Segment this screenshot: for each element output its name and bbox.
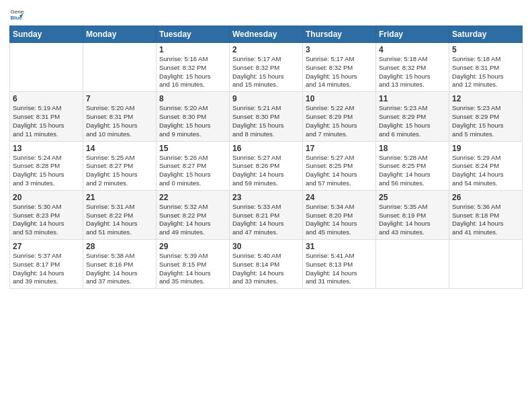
day-number: 8 <box>159 94 226 103</box>
day-number: 28 <box>86 242 153 251</box>
calendar-cell: 24Sunrise: 5:34 AM Sunset: 8:20 PM Dayli… <box>303 190 376 239</box>
day-number: 26 <box>452 193 519 202</box>
weekday-header-saturday: Saturday <box>449 26 523 43</box>
day-number: 18 <box>379 144 446 153</box>
day-number: 27 <box>13 242 80 251</box>
calendar-cell: 15Sunrise: 5:26 AM Sunset: 8:27 PM Dayli… <box>157 141 230 190</box>
calendar-cell: 20Sunrise: 5:30 AM Sunset: 8:23 PM Dayli… <box>10 190 83 239</box>
calendar-cell: 16Sunrise: 5:27 AM Sunset: 8:26 PM Dayli… <box>230 141 303 190</box>
svg-text:General: General <box>10 9 24 15</box>
day-info: Sunrise: 5:20 AM Sunset: 8:31 PM Dayligh… <box>86 104 153 138</box>
day-info: Sunrise: 5:37 AM Sunset: 8:17 PM Dayligh… <box>13 252 80 286</box>
day-number: 20 <box>13 193 80 202</box>
day-info: Sunrise: 5:18 AM Sunset: 8:32 PM Dayligh… <box>379 55 446 89</box>
day-info: Sunrise: 5:32 AM Sunset: 8:22 PM Dayligh… <box>159 203 226 237</box>
weekday-header-row: SundayMondayTuesdayWednesdayThursdayFrid… <box>10 26 523 43</box>
day-number: 4 <box>379 45 446 54</box>
day-info: Sunrise: 5:34 AM Sunset: 8:20 PM Dayligh… <box>306 203 373 237</box>
day-info: Sunrise: 5:22 AM Sunset: 8:29 PM Dayligh… <box>306 104 373 138</box>
day-number: 3 <box>306 45 373 54</box>
day-number: 19 <box>452 144 519 153</box>
calendar-cell <box>376 240 449 289</box>
weekday-header-monday: Monday <box>83 26 157 43</box>
day-info: Sunrise: 5:27 AM Sunset: 8:25 PM Dayligh… <box>306 154 373 188</box>
calendar-cell: 9Sunrise: 5:21 AM Sunset: 8:30 PM Daylig… <box>230 92 303 141</box>
day-number: 12 <box>452 94 519 103</box>
calendar-cell: 21Sunrise: 5:31 AM Sunset: 8:22 PM Dayli… <box>83 190 157 239</box>
day-info: Sunrise: 5:33 AM Sunset: 8:21 PM Dayligh… <box>232 203 300 237</box>
calendar-cell <box>10 43 83 92</box>
day-info: Sunrise: 5:39 AM Sunset: 8:15 PM Dayligh… <box>159 252 226 286</box>
day-info: Sunrise: 5:25 AM Sunset: 8:27 PM Dayligh… <box>86 154 153 188</box>
day-number: 17 <box>306 144 373 153</box>
day-info: Sunrise: 5:41 AM Sunset: 8:13 PM Dayligh… <box>306 252 373 286</box>
day-number: 22 <box>159 193 226 202</box>
calendar-cell: 31Sunrise: 5:41 AM Sunset: 8:13 PM Dayli… <box>303 240 376 289</box>
calendar-cell: 28Sunrise: 5:38 AM Sunset: 8:16 PM Dayli… <box>83 240 157 289</box>
day-number: 2 <box>232 45 300 54</box>
day-number: 30 <box>232 242 300 251</box>
calendar-cell: 29Sunrise: 5:39 AM Sunset: 8:15 PM Dayli… <box>157 240 230 289</box>
day-number: 15 <box>159 144 226 153</box>
calendar-cell: 8Sunrise: 5:20 AM Sunset: 8:30 PM Daylig… <box>157 92 230 141</box>
day-number: 9 <box>232 94 300 103</box>
calendar-cell: 5Sunrise: 5:18 AM Sunset: 8:31 PM Daylig… <box>449 43 523 92</box>
calendar-cell: 4Sunrise: 5:18 AM Sunset: 8:32 PM Daylig… <box>376 43 449 92</box>
weekday-header-sunday: Sunday <box>10 26 83 43</box>
calendar-cell: 2Sunrise: 5:17 AM Sunset: 8:32 PM Daylig… <box>230 43 303 92</box>
day-info: Sunrise: 5:26 AM Sunset: 8:27 PM Dayligh… <box>159 154 226 188</box>
day-info: Sunrise: 5:19 AM Sunset: 8:31 PM Dayligh… <box>13 104 80 138</box>
svg-text:Blue: Blue <box>10 15 22 21</box>
day-info: Sunrise: 5:23 AM Sunset: 8:29 PM Dayligh… <box>379 104 446 138</box>
day-number: 10 <box>306 94 373 103</box>
day-info: Sunrise: 5:24 AM Sunset: 8:28 PM Dayligh… <box>13 154 80 188</box>
day-number: 14 <box>86 144 153 153</box>
day-info: Sunrise: 5:30 AM Sunset: 8:23 PM Dayligh… <box>13 203 80 237</box>
weekday-header-wednesday: Wednesday <box>230 26 303 43</box>
day-info: Sunrise: 5:21 AM Sunset: 8:30 PM Dayligh… <box>232 104 300 138</box>
calendar-cell: 10Sunrise: 5:22 AM Sunset: 8:29 PM Dayli… <box>303 92 376 141</box>
day-number: 11 <box>379 94 446 103</box>
day-number: 25 <box>379 193 446 202</box>
calendar-cell: 25Sunrise: 5:35 AM Sunset: 8:19 PM Dayli… <box>376 190 449 239</box>
calendar-cell: 18Sunrise: 5:28 AM Sunset: 8:25 PM Dayli… <box>376 141 449 190</box>
day-number: 16 <box>232 144 300 153</box>
calendar-cell: 19Sunrise: 5:29 AM Sunset: 8:24 PM Dayli… <box>449 141 523 190</box>
calendar-cell: 13Sunrise: 5:24 AM Sunset: 8:28 PM Dayli… <box>10 141 83 190</box>
calendar-cell: 7Sunrise: 5:20 AM Sunset: 8:31 PM Daylig… <box>83 92 157 141</box>
day-info: Sunrise: 5:20 AM Sunset: 8:30 PM Dayligh… <box>159 104 226 138</box>
day-number: 24 <box>306 193 373 202</box>
calendar-cell: 17Sunrise: 5:27 AM Sunset: 8:25 PM Dayli… <box>303 141 376 190</box>
calendar-cell: 23Sunrise: 5:33 AM Sunset: 8:21 PM Dayli… <box>230 190 303 239</box>
calendar-week-3: 13Sunrise: 5:24 AM Sunset: 8:28 PM Dayli… <box>10 141 523 190</box>
day-number: 23 <box>232 193 300 202</box>
day-info: Sunrise: 5:27 AM Sunset: 8:26 PM Dayligh… <box>232 154 300 188</box>
calendar-week-4: 20Sunrise: 5:30 AM Sunset: 8:23 PM Dayli… <box>10 190 523 239</box>
calendar-cell: 22Sunrise: 5:32 AM Sunset: 8:22 PM Dayli… <box>157 190 230 239</box>
calendar-table: SundayMondayTuesdayWednesdayThursdayFrid… <box>9 26 523 289</box>
day-info: Sunrise: 5:17 AM Sunset: 8:32 PM Dayligh… <box>306 55 373 89</box>
page-container: General Blue SundayMondayTuesdayWednesda… <box>0 0 532 294</box>
day-number: 21 <box>86 193 153 202</box>
calendar-cell: 12Sunrise: 5:23 AM Sunset: 8:29 PM Dayli… <box>449 92 523 141</box>
calendar-cell <box>83 43 157 92</box>
weekday-header-tuesday: Tuesday <box>157 26 230 43</box>
calendar-cell: 27Sunrise: 5:37 AM Sunset: 8:17 PM Dayli… <box>10 240 83 289</box>
day-info: Sunrise: 5:17 AM Sunset: 8:32 PM Dayligh… <box>232 55 300 89</box>
calendar-cell: 1Sunrise: 5:16 AM Sunset: 8:32 PM Daylig… <box>157 43 230 92</box>
day-number: 13 <box>13 144 80 153</box>
calendar-cell <box>449 240 523 289</box>
day-info: Sunrise: 5:18 AM Sunset: 8:31 PM Dayligh… <box>452 55 519 89</box>
day-number: 29 <box>159 242 226 251</box>
calendar-cell: 6Sunrise: 5:19 AM Sunset: 8:31 PM Daylig… <box>10 92 83 141</box>
day-info: Sunrise: 5:29 AM Sunset: 8:24 PM Dayligh… <box>452 154 519 188</box>
calendar-cell: 14Sunrise: 5:25 AM Sunset: 8:27 PM Dayli… <box>83 141 157 190</box>
weekday-header-friday: Friday <box>376 26 449 43</box>
day-info: Sunrise: 5:31 AM Sunset: 8:22 PM Dayligh… <box>86 203 153 237</box>
logo-icon: General Blue <box>9 7 24 21</box>
day-info: Sunrise: 5:40 AM Sunset: 8:14 PM Dayligh… <box>232 252 300 286</box>
day-number: 1 <box>159 45 226 54</box>
calendar-cell: 26Sunrise: 5:36 AM Sunset: 8:18 PM Dayli… <box>449 190 523 239</box>
calendar-week-2: 6Sunrise: 5:19 AM Sunset: 8:31 PM Daylig… <box>10 92 523 141</box>
weekday-header-thursday: Thursday <box>303 26 376 43</box>
